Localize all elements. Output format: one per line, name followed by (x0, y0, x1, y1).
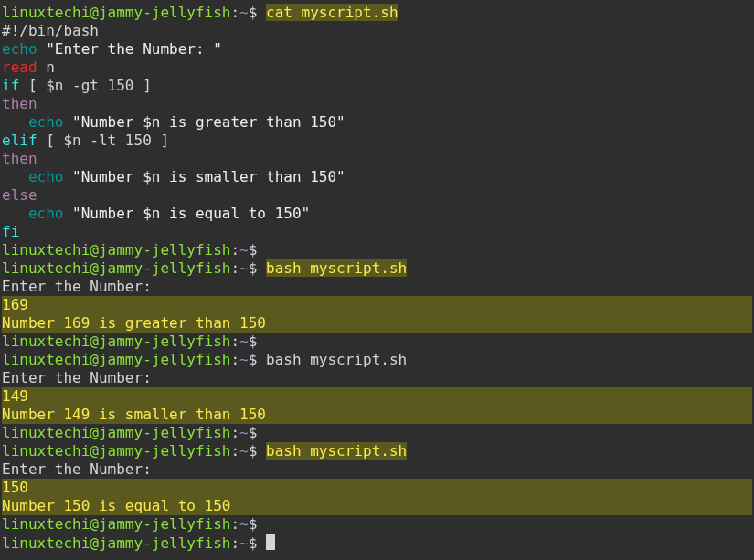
prompt-line-empty2: linuxtechi@jammy-jellyfish:~$ (2, 333, 752, 351)
output-result-1: Number 169 is greater than 150 (2, 314, 752, 333)
script-shebang: #!/bin/bash (2, 22, 752, 40)
prompt-line-bash3: linuxtechi@jammy-jellyfish:~$ bash myscr… (2, 442, 752, 460)
script-read: read n (2, 58, 752, 77)
prompt-line-bash1: linuxtechi@jammy-jellyfish:~$ bash myscr… (2, 259, 752, 278)
script-else: else (2, 186, 752, 205)
script-echo-lt: echo "Number $n is smaller than 150" (2, 168, 752, 186)
prompt-line-empty3: linuxtechi@jammy-jellyfish:~$ (2, 424, 752, 442)
cursor-icon (266, 534, 275, 550)
script-then: then (2, 95, 752, 113)
script-echo-prompt: echo "Enter the Number: " (2, 40, 752, 58)
output-enter-number-3: Enter the Number: (2, 460, 752, 479)
prompt-user: linuxtechi (2, 4, 90, 21)
output-enter-number-2: Enter the Number: (2, 369, 752, 387)
output-enter-number-1: Enter the Number: (2, 278, 752, 296)
prompt-line-empty4: linuxtechi@jammy-jellyfish:~$ (2, 515, 752, 534)
output-input-3: 150 (2, 479, 752, 497)
output-input-1: 169 (2, 296, 752, 314)
command-cat: cat myscript.sh (266, 4, 398, 21)
prompt-line-bash2: linuxtechi@jammy-jellyfish:~$ bash myscr… (2, 351, 752, 369)
script-fi: fi (2, 223, 752, 241)
script-elif: elif [ $n -lt 150 ] (2, 132, 752, 150)
script-then2: then (2, 150, 752, 168)
script-echo-eq: echo "Number $n is equal to 150" (2, 205, 752, 223)
prompt-line-empty: linuxtechi@jammy-jellyfish:~$ (2, 241, 752, 259)
output-input-2: 149 (2, 387, 752, 406)
command-bash-2: bash myscript.sh (266, 351, 407, 368)
command-bash-1: bash myscript.sh (266, 259, 407, 277)
prompt-line-cursor[interactable]: linuxtechi@jammy-jellyfish:~$ (2, 534, 752, 553)
output-result-2: Number 149 is smaller than 150 (2, 406, 752, 424)
prompt-line: linuxtechi@jammy-jellyfish:~$ cat myscri… (2, 4, 752, 22)
output-result-3: Number 150 is equal to 150 (2, 497, 752, 515)
terminal-output[interactable]: linuxtechi@jammy-jellyfish:~$ cat myscri… (2, 4, 752, 553)
script-if: if [ $n -gt 150 ] (2, 77, 752, 95)
script-echo-gt: echo "Number $n is greater than 150" (2, 113, 752, 132)
command-bash-3: bash myscript.sh (266, 442, 407, 460)
